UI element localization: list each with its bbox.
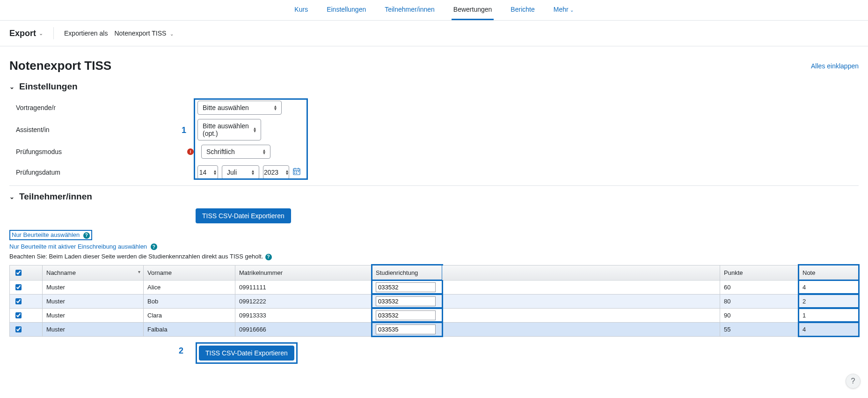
collapse-all-link[interactable]: Alles einklappen — [811, 62, 859, 70]
row-checkbox[interactable] — [15, 326, 22, 332]
cell-nachname: Muster — [43, 280, 144, 294]
cell-matrikel: 09916666 — [235, 322, 372, 336]
svg-rect-8 — [296, 173, 297, 174]
course-nav-tabs: Kurs Einstellungen Teilnehmer/innen Bewe… — [0, 0, 868, 21]
link-only-graded[interactable]: Nur Beurteilte auswählen — [12, 231, 80, 238]
help-icon[interactable]: ? — [265, 254, 272, 260]
cell-vorname: Falbala — [144, 322, 235, 336]
row-checkbox[interactable] — [15, 298, 22, 304]
svg-rect-5 — [296, 171, 297, 172]
note-text: Beachten Sie: Beim Laden dieser Seite we… — [9, 253, 859, 260]
select-assistent[interactable]: Bitte auswählen (opt.) ▴▾ — [197, 119, 261, 140]
participants-table: Nachname Vorname Matrikelnummer Studienr… — [9, 265, 859, 337]
tab-teilnehmer[interactable]: Teilnehmer/innen — [383, 0, 437, 20]
col-header-vorname[interactable]: Vorname — [144, 265, 235, 280]
export-as-label: Exportieren als — [64, 29, 108, 37]
input-studienrichtung[interactable] — [376, 296, 436, 306]
cell-nachname: Muster — [43, 294, 144, 308]
divider — [53, 27, 54, 39]
chevron-down-icon: ⌄ — [9, 193, 15, 200]
label-vortragende: Vortragende/r — [9, 104, 172, 111]
cell-note: 4 — [799, 280, 859, 294]
cell-nachname: Muster — [43, 322, 144, 336]
cell-blank — [442, 308, 720, 322]
label-pruefungsdatum: Prüfungsdatum — [9, 169, 172, 176]
updown-icon: ▴▾ — [286, 170, 288, 175]
note-text-content: Beachten Sie: Beim Laden dieser Seite we… — [9, 253, 263, 260]
select-day[interactable]: 14 ▴▾ — [197, 165, 218, 179]
svg-rect-7 — [294, 173, 295, 174]
col-header-note[interactable]: Note — [799, 265, 859, 280]
export-csv-button-bottom[interactable]: TISS CSV-Datei Exportieren — [199, 346, 294, 361]
export-dropdown-label: Export — [9, 29, 36, 38]
annotation-box-link-graded: Nur Beurteilte auswählen ? — [9, 230, 92, 240]
cell-note: 2 — [799, 294, 859, 308]
export-type-dropdown[interactable]: Notenexport TISS ⌄ — [114, 29, 174, 37]
annotation-box-2: TISS CSV-Datei Exportieren — [196, 342, 298, 364]
input-studienrichtung[interactable] — [376, 282, 436, 292]
col-header-nachname[interactable]: Nachname — [43, 265, 144, 280]
col-header-punkte[interactable]: Punkte — [720, 265, 799, 280]
chevron-down-icon: ⌄ — [570, 7, 574, 13]
cell-blank — [442, 322, 720, 336]
updown-icon: ▴▾ — [214, 170, 216, 175]
cell-matrikel: 09911111 — [235, 280, 372, 294]
cell-blank — [442, 294, 720, 308]
updown-icon: ▴▾ — [254, 127, 256, 133]
cell-note: 1 — [799, 308, 859, 322]
svg-rect-6 — [298, 171, 299, 172]
required-icon: ! — [187, 148, 194, 155]
help-icon[interactable]: ? — [83, 232, 90, 239]
link-only-graded-enrolled[interactable]: Nur Beurteilte mit aktiver Einschreibung… — [9, 243, 147, 250]
secondary-header: Export ⌄ Exportieren als Notenexport TIS… — [0, 21, 868, 46]
export-csv-button-top[interactable]: TISS CSV-Datei Exportieren — [196, 208, 291, 223]
table-row: MusterBob09912222802 — [10, 294, 859, 308]
settings-form: 1 Vortragende/r Bitte auswählen ▴▾ Assis… — [9, 98, 859, 182]
calendar-icon[interactable] — [293, 168, 300, 177]
label-assistent: Assistent/in — [9, 126, 172, 133]
tab-berichte[interactable]: Berichte — [509, 0, 536, 20]
select-year-value: 2023 — [264, 169, 278, 176]
table-row: MusterAlice09911111604 — [10, 280, 859, 294]
section-toggle-teilnehmer[interactable]: ⌄ Teilnehmer/innen — [9, 192, 859, 202]
select-assistent-value: Bitte auswählen (opt.) — [203, 122, 249, 137]
chevron-down-icon: ⌄ — [9, 83, 15, 90]
select-vortragende-value: Bitte auswählen — [203, 104, 249, 111]
section-title-teilnehmer: Teilnehmer/innen — [19, 192, 92, 202]
cell-matrikel: 09913333 — [235, 308, 372, 322]
select-pruefungsmodus[interactable]: Schriftlich ▴▾ — [201, 145, 270, 159]
row-checkbox[interactable] — [15, 312, 22, 318]
input-studienrichtung[interactable] — [376, 324, 436, 334]
page-title: Notenexport TISS — [9, 59, 859, 73]
cell-nachname: Muster — [43, 308, 144, 322]
tab-mehr[interactable]: Mehr⌄ — [552, 0, 576, 20]
tab-bewertungen[interactable]: Bewertungen — [452, 0, 494, 20]
col-header-blank — [442, 265, 720, 280]
cell-vorname: Clara — [144, 308, 235, 322]
row-checkbox[interactable] — [15, 284, 22, 290]
tab-kurs[interactable]: Kurs — [292, 0, 310, 20]
col-header-matrikel[interactable]: Matrikelnummer — [235, 265, 372, 280]
export-dropdown-toggle[interactable]: ⌄ — [39, 30, 43, 37]
cell-vorname: Alice — [144, 280, 235, 294]
input-studienrichtung[interactable] — [376, 310, 436, 320]
col-header-studienrichtung[interactable]: Studienrichtung — [372, 265, 442, 280]
table-row: MusterClara09913333901 — [10, 308, 859, 322]
cell-punkte: 60 — [720, 280, 799, 294]
help-icon[interactable]: ? — [151, 243, 157, 250]
export-type-value: Notenexport TISS — [114, 29, 166, 37]
select-vortragende[interactable]: Bitte auswählen ▴▾ — [197, 101, 282, 115]
divider — [9, 185, 859, 186]
select-year[interactable]: 2023 ▴▾ — [263, 165, 289, 179]
label-pruefungsmodus: Prüfungsmodus — [9, 148, 172, 155]
cell-punkte: 90 — [720, 308, 799, 322]
section-toggle-einstellungen[interactable]: ⌄ Einstellungen — [9, 81, 859, 92]
tab-einstellungen[interactable]: Einstellungen — [325, 0, 368, 20]
select-all-checkbox[interactable] — [15, 270, 22, 276]
updown-icon: ▴▾ — [252, 170, 254, 175]
updown-icon: ▴▾ — [263, 149, 265, 155]
cell-note: 4 — [799, 322, 859, 336]
svg-rect-4 — [294, 171, 295, 172]
cell-punkte: 80 — [720, 294, 799, 308]
select-month[interactable]: Juli ▴▾ — [222, 165, 259, 179]
